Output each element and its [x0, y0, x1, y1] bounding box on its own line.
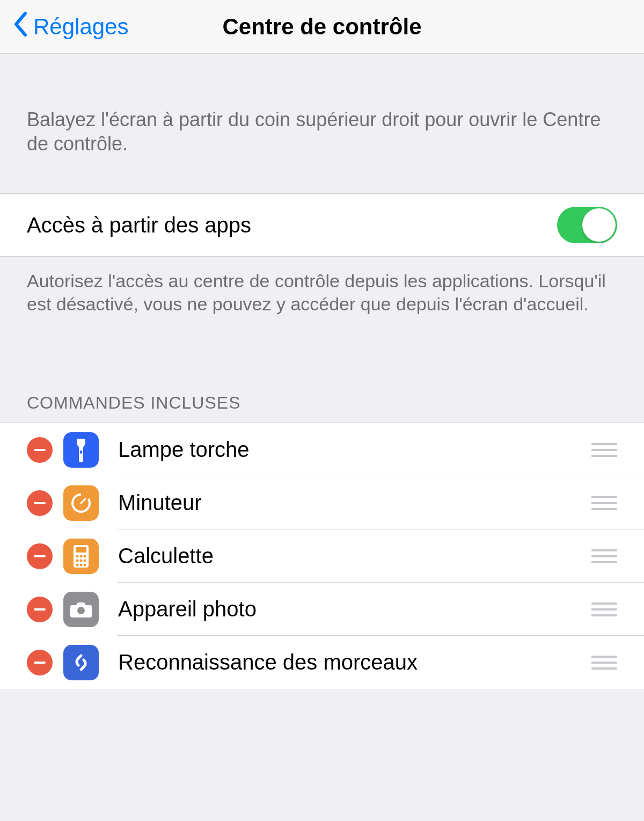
drag-handle-icon[interactable] [591, 656, 617, 670]
list-item-label: Minuteur [118, 491, 591, 515]
page-title: Centre de contrôle [222, 14, 421, 40]
back-button[interactable]: Réglages [0, 11, 128, 42]
nav-header: Réglages Centre de contrôle [0, 0, 644, 54]
svg-point-5 [76, 555, 79, 557]
minus-icon [34, 449, 46, 451]
timer-icon [63, 485, 99, 521]
chevron-left-icon [13, 11, 28, 42]
svg-point-14 [77, 607, 85, 614]
included-controls-list: Lampe torche Minuteur Calculette Apparei… [0, 423, 644, 689]
remove-button[interactable] [27, 597, 53, 622]
list-item: Reconnaissance des morceaux [0, 636, 644, 689]
drag-handle-icon[interactable] [591, 602, 617, 616]
back-label: Réglages [33, 14, 128, 40]
minus-icon [34, 502, 46, 504]
list-item-label: Reconnaissance des morceaux [118, 650, 591, 674]
drag-handle-icon[interactable] [591, 443, 617, 457]
remove-button[interactable] [27, 437, 53, 463]
minus-icon [34, 662, 46, 664]
svg-point-12 [80, 563, 83, 566]
calculator-icon [63, 539, 99, 574]
svg-point-9 [80, 559, 83, 562]
drag-handle-icon[interactable] [591, 496, 617, 510]
svg-line-2 [81, 499, 85, 503]
list-item: Lampe torche [0, 423, 644, 476]
drag-handle-icon[interactable] [591, 549, 617, 563]
remove-button[interactable] [27, 650, 53, 675]
remove-button[interactable] [27, 490, 53, 516]
minus-icon [34, 555, 46, 557]
flashlight-icon [63, 432, 99, 468]
svg-point-7 [84, 555, 86, 557]
svg-point-11 [76, 563, 79, 566]
toggle-knob [582, 208, 616, 242]
svg-rect-4 [76, 547, 86, 553]
svg-point-8 [76, 559, 79, 562]
svg-rect-0 [80, 451, 82, 454]
access-from-apps-row: Accès à partir des apps [0, 193, 644, 257]
included-section-header: COMMANDES INCLUSES [0, 315, 644, 423]
camera-icon [63, 592, 99, 627]
minus-icon [34, 608, 46, 611]
list-item-label: Lampe torche [118, 438, 591, 462]
list-item-label: Appareil photo [118, 597, 591, 621]
remove-button[interactable] [27, 543, 53, 569]
shazam-icon [63, 645, 99, 680]
list-item: Appareil photo [0, 583, 644, 636]
svg-point-13 [84, 563, 86, 566]
list-item: Calculette [0, 529, 644, 583]
access-from-apps-label: Accès à partir des apps [27, 213, 251, 237]
access-footer-description: Autorisez l'accès au centre de contrôle … [0, 257, 644, 315]
svg-point-6 [80, 555, 83, 557]
intro-description: Balayez l'écran à partir du coin supérie… [0, 54, 644, 193]
access-from-apps-toggle[interactable] [557, 207, 617, 243]
list-item-label: Calculette [118, 544, 591, 568]
svg-point-10 [84, 559, 86, 562]
list-item: Minuteur [0, 476, 644, 529]
